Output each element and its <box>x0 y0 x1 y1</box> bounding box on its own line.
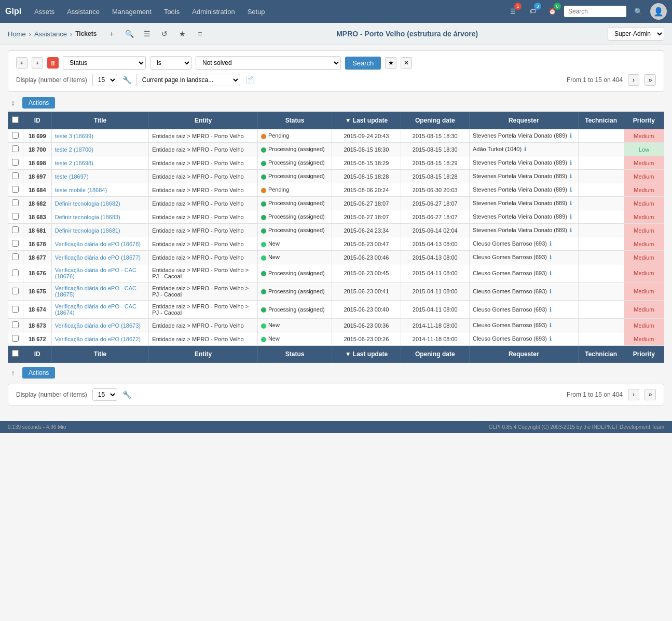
row-checkbox[interactable] <box>8 129 23 143</box>
next-page-btn[interactable]: › <box>628 74 639 86</box>
add-icon[interactable]: + <box>105 27 118 40</box>
row-title[interactable]: Verificação diária do ePO (18673) <box>51 319 149 332</box>
row-select-checkbox[interactable] <box>12 213 19 220</box>
info-icon[interactable]: ℹ <box>550 254 552 260</box>
row-select-checkbox[interactable] <box>12 172 19 179</box>
filter-value-select[interactable]: Not solved <box>196 56 341 70</box>
tf-entity[interactable]: Entity <box>149 346 258 363</box>
row-checkbox[interactable] <box>8 282 23 301</box>
info-icon[interactable]: ℹ <box>550 240 552 247</box>
row-checkbox[interactable] <box>8 251 23 264</box>
wrench-icon[interactable]: 🔧 <box>122 76 131 84</box>
th-technician[interactable]: Technician <box>578 112 624 129</box>
tf-opening-date[interactable]: Opening date <box>401 346 469 363</box>
filter-add-btn[interactable]: + <box>16 57 28 69</box>
th-opening-date[interactable]: Opening date <box>401 112 469 129</box>
info-icon[interactable]: ℹ <box>570 132 572 139</box>
select-all-checkbox-bottom[interactable] <box>12 350 19 357</box>
breadcrumb-search-icon[interactable]: 🔍 <box>122 27 136 40</box>
row-title[interactable]: Verificação diária do ePO - CAC (18675) <box>51 282 149 301</box>
super-admin-select[interactable]: Super-Admin <box>608 27 664 40</box>
row-checkbox[interactable] <box>8 237 23 251</box>
row-title[interactable]: teste 3 (18699) <box>51 129 149 143</box>
row-title[interactable]: Verificação diária do ePO (18672) <box>51 332 149 346</box>
row-title[interactable]: Definir tecnologia (18683) <box>51 210 149 224</box>
layout-select[interactable]: Current page in landsca... <box>136 74 240 86</box>
row-select-checkbox[interactable] <box>12 288 19 294</box>
nav-assets[interactable]: Assets <box>29 6 60 18</box>
clock-badge-icon[interactable]: ⏰ 0 <box>544 4 560 19</box>
tf-requester[interactable]: Requester <box>469 346 578 363</box>
history-icon[interactable]: ↺ <box>158 27 171 40</box>
row-checkbox[interactable] <box>8 301 23 319</box>
th-status[interactable]: Status <box>257 112 332 129</box>
search-filter-button[interactable]: Search <box>345 57 381 70</box>
last-page-btn[interactable]: » <box>644 74 656 86</box>
row-select-checkbox[interactable] <box>12 240 19 247</box>
search-input[interactable] <box>564 6 626 17</box>
info-icon[interactable]: ℹ <box>550 288 552 294</box>
nav-assistance[interactable]: Assistance <box>62 6 105 18</box>
tf-id[interactable]: ID <box>23 346 51 363</box>
bottom-wrench-icon[interactable]: 🔧 <box>122 390 131 399</box>
row-checkbox[interactable] <box>8 332 23 346</box>
th-title[interactable]: Title <box>51 112 149 129</box>
top-actions-button[interactable]: Actions <box>22 97 55 109</box>
row-checkbox[interactable] <box>8 170 23 183</box>
nav-administration[interactable]: Administration <box>187 6 240 18</box>
nav-setup[interactable]: Setup <box>242 6 270 18</box>
bottom-display-count-select[interactable]: 15 <box>92 388 117 401</box>
bottom-last-page-btn[interactable]: » <box>644 389 656 400</box>
pdf-icon[interactable]: 📄 <box>245 76 254 84</box>
filter-status-select[interactable]: Status <box>63 56 146 70</box>
tag-badge-icon[interactable]: 🏷 3 <box>525 4 540 19</box>
breadcrumb-home[interactable]: Home <box>8 30 26 38</box>
info-icon[interactable]: ℹ <box>570 227 572 233</box>
nav-tools[interactable]: Tools <box>159 6 185 18</box>
info-icon[interactable]: ℹ <box>524 146 526 152</box>
info-icon[interactable]: ℹ <box>550 306 552 313</box>
filter-add2-btn[interactable]: + <box>32 57 43 69</box>
row-title[interactable]: Definir tecnologia (18681) <box>51 224 149 237</box>
row-title[interactable]: teste (18697) <box>51 170 149 183</box>
row-title[interactable]: teste 2 (18700) <box>51 143 149 156</box>
row-select-checkbox[interactable] <box>12 199 19 206</box>
row-title[interactable]: Verificação diária do ePO (18678) <box>51 237 149 251</box>
bookmark-icon[interactable]: ★ <box>175 27 189 40</box>
select-all-checkbox[interactable] <box>12 116 19 123</box>
row-checkbox[interactable] <box>8 183 23 197</box>
info-icon[interactable]: ℹ <box>570 173 572 179</box>
tf-priority[interactable]: Priority <box>624 346 664 363</box>
info-icon[interactable]: ℹ <box>570 200 572 206</box>
row-title[interactable]: Verificação diária do ePO - CAC (18676) <box>51 264 149 282</box>
row-title[interactable]: teste 2 (18698) <box>51 156 149 170</box>
row-select-checkbox[interactable] <box>12 186 19 193</box>
avatar[interactable]: 👤 <box>650 3 667 20</box>
row-checkbox[interactable] <box>8 197 23 210</box>
tf-status[interactable]: Status <box>257 346 332 363</box>
info-icon[interactable]: ℹ <box>550 335 552 342</box>
menu-icon[interactable]: ≡ <box>193 27 207 40</box>
row-select-checkbox[interactable] <box>12 321 19 328</box>
row-select-checkbox[interactable] <box>12 145 19 152</box>
th-entity[interactable]: Entity <box>149 112 258 129</box>
th-requester[interactable]: Requester <box>469 112 578 129</box>
bottom-actions-button[interactable]: Actions <box>22 367 55 379</box>
row-checkbox[interactable] <box>8 210 23 224</box>
row-select-checkbox[interactable] <box>12 253 19 260</box>
info-icon[interactable]: ℹ <box>570 186 572 193</box>
row-select-checkbox[interactable] <box>12 226 19 233</box>
row-title[interactable]: teste mobile (18684) <box>51 183 149 197</box>
info-icon[interactable]: ℹ <box>550 270 552 276</box>
row-select-checkbox[interactable] <box>12 335 19 342</box>
list-view-icon[interactable]: ☰ <box>140 27 154 40</box>
tf-technician[interactable]: Technician <box>578 346 624 363</box>
display-count-select[interactable]: 15 <box>92 74 117 86</box>
star-filter-btn[interactable]: ★ <box>385 57 396 69</box>
th-id[interactable]: ID <box>23 112 51 129</box>
filter-delete-btn[interactable]: 🗑 <box>47 57 59 69</box>
search-button[interactable]: 🔍 <box>630 4 646 19</box>
tf-title[interactable]: Title <box>51 346 149 363</box>
glpi-logo[interactable]: Glpi <box>5 7 21 16</box>
clear-filter-btn[interactable]: ✕ <box>401 57 412 69</box>
